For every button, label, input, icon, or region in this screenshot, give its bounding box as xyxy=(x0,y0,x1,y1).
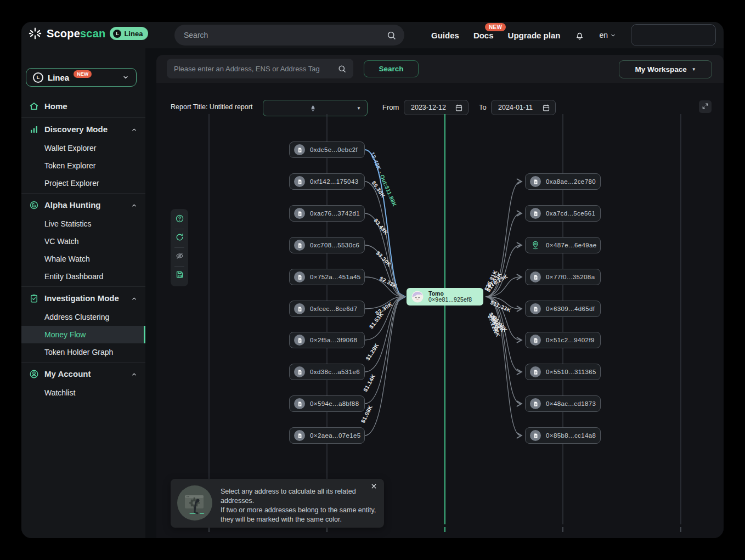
address-node[interactable]: 0xac76...3742d1 xyxy=(289,205,365,222)
sidebar-item-label: Investigation Mode xyxy=(44,293,125,303)
sidebar-item-wallet-explorer[interactable]: Wallet Explorer xyxy=(21,139,145,157)
address-node[interactable]: 0xd38c...a531e6 xyxy=(289,364,365,380)
nav-docs[interactable]: Docs xyxy=(473,31,494,40)
sidebar-item-my-account[interactable]: My Account xyxy=(21,364,145,384)
refresh-button[interactable] xyxy=(171,229,188,247)
document-icon xyxy=(530,430,541,441)
network-badge[interactable]: LLinea xyxy=(110,27,148,40)
node-address: 0xa8ae...2ce780 xyxy=(546,178,596,185)
address-node[interactable]: 0×487e...6e49ae xyxy=(525,237,601,253)
address-node[interactable]: 0×752a...451a45 xyxy=(289,269,365,285)
node-address: 0xa7cd...5ce561 xyxy=(546,210,595,217)
sidebar-item-project-explorer[interactable]: Project Explorer xyxy=(21,174,145,192)
nav-upgrade-plan[interactable]: Upgrade plan xyxy=(508,31,561,40)
document-icon xyxy=(530,176,541,187)
save-button[interactable] xyxy=(171,267,188,285)
center-node-tomo[interactable]: Tomo 0×9e81...925ef8 xyxy=(407,288,483,306)
sidebar-item-token-explorer[interactable]: Token Explorer xyxy=(21,157,145,174)
node-address: 0×85b8...cc14a8 xyxy=(546,432,596,439)
sidebar-divider xyxy=(21,117,145,118)
sidebar-divider xyxy=(21,286,145,287)
network-select[interactable]: L Linea NEW xyxy=(26,68,137,87)
sidebar-item-label: Alpha Hunting xyxy=(44,200,125,210)
language-selector[interactable]: en xyxy=(599,31,617,39)
nav-guides[interactable]: Guides xyxy=(431,31,459,40)
sidebar-item-label: Home xyxy=(44,101,138,111)
address-node[interactable]: 0×594e...a8bf88 xyxy=(289,395,365,412)
sidebar-item-live-statistics[interactable]: Live Statistics xyxy=(21,215,145,233)
sidebar-item-investigation-mode[interactable]: Investigation Mode xyxy=(21,288,145,308)
sidebar-divider xyxy=(21,362,145,363)
sidebar-item-watchlist[interactable]: Watchlist xyxy=(21,384,145,401)
address-node[interactable]: 0xf142...175043 xyxy=(289,173,365,190)
document-icon xyxy=(294,303,305,314)
svg-text:$1.29K: $1.29K xyxy=(364,342,380,361)
address-node[interactable]: 0xdc5e...0ebc2f xyxy=(289,142,365,158)
node-address: 0xfcec...8ce6d7 xyxy=(310,306,358,312)
sidebar-item-home[interactable]: Home xyxy=(21,96,145,116)
sidebar-item-vc-watch[interactable]: VC Watch xyxy=(21,233,145,250)
document-icon xyxy=(294,271,305,282)
logo: Scopescan LLinea xyxy=(28,26,148,41)
money-flow-graph: $5.30K$3.48K$3.30K$2.32K$2.30K$1.53K$1.2… xyxy=(156,83,724,538)
wallet-button[interactable] xyxy=(631,24,716,46)
network-name: Linea xyxy=(48,73,69,82)
logo-text: Scopescan xyxy=(47,27,105,40)
node-address: 0×77f0...35208a xyxy=(546,274,595,280)
header-nav: Guides Docs Upgrade plan en xyxy=(431,22,716,48)
address-node[interactable]: 0xa7cd...5ce561 xyxy=(525,205,601,222)
graph-toolbar xyxy=(171,209,188,286)
document-icon xyxy=(530,303,541,314)
location-pin-icon xyxy=(530,240,541,251)
address-node[interactable]: 0×5510...311365 xyxy=(525,364,601,380)
scopescan-logo-icon xyxy=(28,26,42,41)
node-address: 0xf142...175043 xyxy=(310,178,359,185)
target-icon xyxy=(29,200,39,210)
sidebar-item-address-clustering[interactable]: Address Clustering xyxy=(21,308,145,326)
node-address: 0×752a...451a45 xyxy=(310,274,361,280)
top-header: Scopescan LLinea Search NEW Guides Docs … xyxy=(21,22,724,48)
hide-labels-button[interactable] xyxy=(171,248,188,266)
close-icon[interactable] xyxy=(370,482,379,491)
eye-off-icon xyxy=(175,251,184,263)
sidebar-item-alpha-hunting[interactable]: Alpha Hunting xyxy=(21,195,145,215)
document-icon xyxy=(530,208,541,219)
document-icon xyxy=(294,398,305,409)
address-node[interactable]: 0×2f5a...3f9068 xyxy=(289,332,365,348)
sidebar-item-whale-watch[interactable]: Whale Watch xyxy=(21,250,145,268)
sidebar-item-token-holder-graph[interactable]: Token Holder Graph xyxy=(21,343,145,361)
main-panel: Please enter an Address, ENS or Address … xyxy=(156,55,724,538)
address-search-input[interactable]: Please enter an Address, ENS or Address … xyxy=(167,59,353,78)
search-button[interactable]: Search xyxy=(364,60,419,77)
my-workspace-button[interactable]: My Workspace▼ xyxy=(619,60,712,78)
notifications-bell-icon[interactable] xyxy=(574,30,585,41)
info-illustration xyxy=(177,485,212,521)
sidebar-item-discovery-mode[interactable]: Discovery Mode xyxy=(21,119,145,139)
node-address: 0xd38c...a531e6 xyxy=(310,369,360,375)
address-node[interactable]: 0×85b8...cc14a8 xyxy=(525,427,601,444)
global-search-input[interactable]: Search xyxy=(174,25,404,46)
document-icon xyxy=(530,335,541,346)
sidebar-item-entity-dashboard[interactable]: Entity Dashboard xyxy=(21,268,145,285)
node-address: 0×51c2...9402f9 xyxy=(546,337,595,343)
address-node[interactable]: 0×48ac...cd1873 xyxy=(525,395,601,412)
user-icon xyxy=(29,369,39,379)
address-node[interactable]: 0×77f0...35208a xyxy=(525,269,601,285)
address-node[interactable]: 0xa8ae...2ce780 xyxy=(525,173,601,190)
search-icon xyxy=(386,30,397,41)
address-node[interactable]: 0×2aea...07e1e5 xyxy=(289,427,365,444)
node-address: 0×6309...4d65df xyxy=(546,306,595,312)
address-node[interactable]: 0xfcec...8ce6d7 xyxy=(289,301,365,317)
money-flow-canvas: Report Title: Untitled report ▼ From 202… xyxy=(156,83,724,538)
document-icon xyxy=(294,144,305,155)
node-address: 0xac76...3742d1 xyxy=(310,210,360,217)
sidebar-item-money-flow[interactable]: Money Flow xyxy=(21,326,145,343)
center-node-address: 0×9e81...925ef8 xyxy=(428,297,472,303)
address-node[interactable]: 0×6309...4d65df xyxy=(525,301,601,317)
address-node[interactable]: 0×51c2...9402f9 xyxy=(525,332,601,348)
app-window: Scopescan LLinea Search NEW Guides Docs … xyxy=(21,22,724,538)
help-button[interactable] xyxy=(171,211,188,229)
address-node[interactable]: 0xc708...5530c6 xyxy=(289,237,365,253)
info-card-text: Select any address to calculate all its … xyxy=(221,487,379,524)
chevron-up-icon xyxy=(131,126,138,133)
